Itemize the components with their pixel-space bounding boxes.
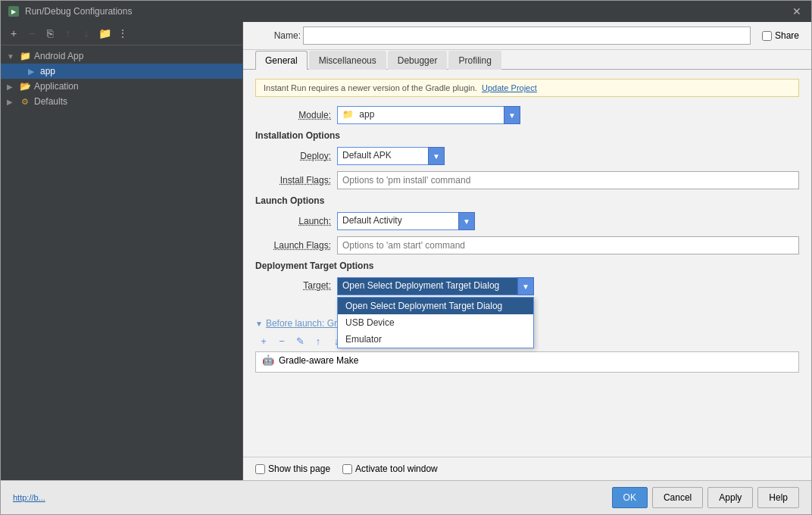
- share-checkbox[interactable]: [762, 31, 772, 41]
- launch-value: Default Activity: [342, 215, 402, 226]
- show-page-row: Show this page: [255, 464, 330, 474]
- update-project-link[interactable]: Update Project: [482, 83, 537, 92]
- install-flags-label: Install Flags:: [255, 175, 331, 186]
- add-config-button[interactable]: +: [5, 25, 22, 42]
- launch-row: Launch: Default Activity ▼: [255, 212, 799, 230]
- help-button[interactable]: Help: [757, 487, 799, 508]
- sort-button[interactable]: ⋮: [114, 25, 131, 42]
- share-row: Share: [762, 30, 799, 41]
- module-select-field[interactable]: 📁 app: [337, 106, 504, 124]
- launch-options-title: Launch Options: [255, 195, 799, 206]
- sidebar-label-application: Application: [34, 81, 79, 92]
- deploy-value: Default APK: [342, 150, 392, 161]
- launch-flags-row: Launch Flags:: [255, 236, 799, 254]
- move-up-button[interactable]: ↑: [60, 25, 77, 42]
- bl-edit-button[interactable]: ✎: [292, 333, 308, 348]
- module-icon: 📁: [342, 109, 354, 120]
- target-dropdown-menu: Open Select Deployment Target Dialog USB…: [337, 297, 534, 348]
- install-flags-row: Install Flags:: [255, 171, 799, 189]
- launch-flags-input[interactable]: [337, 236, 799, 254]
- deploy-row: Deploy: Default APK ▼: [255, 147, 799, 165]
- sidebar-toolbar: + − ⎘ ↑ ↓ 📁 ⋮: [1, 22, 242, 45]
- copy-config-button[interactable]: ⎘: [42, 25, 58, 42]
- target-label: Target:: [255, 277, 331, 291]
- target-option-emulator[interactable]: Emulator: [338, 331, 533, 348]
- collapse-arrow-icon[interactable]: ▼: [255, 320, 263, 328]
- panel-content: Instant Run requires a newer version of …: [243, 70, 811, 457]
- module-dropdown[interactable]: 📁 app ▼: [337, 106, 520, 124]
- activate-tool-label: Activate tool window: [355, 464, 438, 474]
- sidebar-item-app[interactable]: ▶ app: [1, 64, 242, 79]
- tabs-row: General Miscellaneous Debugger Profiling: [243, 50, 811, 70]
- run-debug-dialog: ▶ Run/Debug Configurations ✕ + − ⎘ ↑ ↓ 📁…: [0, 0, 812, 515]
- bl-item-label: Gradle-aware Make: [279, 355, 358, 366]
- sidebar-label-android-app: Android App: [34, 51, 83, 61]
- tab-general[interactable]: General: [255, 51, 308, 70]
- target-select-row: Open Select Deployment Target Dialog ▼: [337, 277, 534, 295]
- chevron-icon: ▼: [7, 52, 16, 61]
- main-panel: Name: app Share General Miscellaneous De…: [243, 22, 811, 480]
- gradle-android-icon: 🤖: [262, 354, 274, 366]
- sidebar-item-android-app[interactable]: ▼ 📁 Android App: [1, 48, 242, 64]
- module-dropdown-arrow[interactable]: ▼: [504, 106, 520, 124]
- footer-link[interactable]: http://b...: [13, 493, 45, 502]
- install-flags-input[interactable]: [337, 171, 799, 189]
- show-page-checkbox[interactable]: [255, 464, 265, 474]
- sidebar-item-application[interactable]: ▶ 📂 Application: [1, 79, 242, 94]
- tab-miscellaneous[interactable]: Miscellaneous: [309, 51, 386, 70]
- name-header-row: Name: app Share: [243, 22, 811, 50]
- cancel-button[interactable]: Cancel: [652, 487, 703, 508]
- move-down-button[interactable]: ↓: [78, 25, 95, 42]
- deploy-select-field[interactable]: Default APK: [337, 147, 428, 165]
- target-row: Target: Open Select Deployment Target Di…: [255, 277, 799, 295]
- deploy-dropdown[interactable]: Default APK ▼: [337, 147, 445, 165]
- module-value: app: [359, 109, 374, 120]
- close-button[interactable]: ✕: [790, 5, 804, 18]
- apply-button[interactable]: Apply: [707, 487, 753, 508]
- launch-dropdown-arrow[interactable]: ▼: [458, 212, 475, 230]
- dialog-icon: ▶: [8, 6, 19, 17]
- name-label: Name:: [255, 30, 301, 41]
- module-label: Module:: [255, 110, 331, 120]
- title-bar: ▶ Run/Debug Configurations ✕: [1, 1, 811, 22]
- launch-label: Launch:: [255, 216, 331, 226]
- sidebar-label-defaults: Defaults: [34, 96, 67, 107]
- target-select-field[interactable]: Open Select Deployment Target Dialog: [337, 277, 517, 295]
- dialog-title: Run/Debug Configurations: [25, 6, 132, 17]
- tab-debugger[interactable]: Debugger: [388, 51, 448, 70]
- chevron-icon: ▶: [7, 98, 16, 106]
- ok-button[interactable]: OK: [612, 487, 648, 508]
- name-input[interactable]: app: [303, 27, 751, 45]
- deploy-label: Deploy:: [255, 151, 331, 161]
- chevron-icon: ▶: [7, 83, 16, 91]
- show-page-label: Show this page: [268, 464, 330, 474]
- sidebar-label-app: app: [40, 66, 55, 76]
- sidebar-tree: ▼ 📁 Android App ▶ app ▶ 📂 Application: [1, 45, 242, 480]
- dialog-footer: http://b... OK Cancel Apply Help: [1, 480, 811, 514]
- launch-dropdown[interactable]: Default Activity ▼: [337, 212, 475, 230]
- android-folder-icon: 📁: [19, 50, 31, 62]
- target-option-usb[interactable]: USB Device: [338, 314, 533, 331]
- target-dropdown-container: Open Select Deployment Target Dialog ▼ O…: [337, 277, 534, 295]
- folder-button[interactable]: 📁: [96, 25, 113, 42]
- launch-select-field[interactable]: Default Activity: [337, 212, 458, 230]
- bl-add-button[interactable]: +: [255, 333, 272, 348]
- deployment-target-title: Deployment Target Options: [255, 261, 799, 271]
- app-config-icon: ▶: [25, 65, 37, 77]
- activate-tool-checkbox[interactable]: [342, 464, 352, 474]
- remove-config-button[interactable]: −: [23, 25, 40, 42]
- activate-tool-row: Activate tool window: [342, 464, 438, 474]
- defaults-icon: ⚙: [19, 95, 31, 108]
- bl-remove-button[interactable]: −: [273, 333, 290, 348]
- sidebar-item-defaults[interactable]: ▶ ⚙ Defaults: [1, 94, 242, 109]
- launch-flags-label: Launch Flags:: [255, 240, 331, 251]
- target-dropdown-arrow[interactable]: ▼: [517, 277, 534, 295]
- target-value: Open Select Deployment Target Dialog: [342, 280, 499, 291]
- tab-profiling[interactable]: Profiling: [448, 51, 501, 70]
- target-option-dialog[interactable]: Open Select Deployment Target Dialog: [338, 298, 533, 314]
- bl-item-gradle[interactable]: 🤖 Gradle-aware Make: [256, 352, 798, 368]
- application-folder-icon: 📂: [19, 80, 31, 92]
- info-bar: Instant Run requires a newer version of …: [255, 79, 799, 97]
- deploy-dropdown-arrow[interactable]: ▼: [428, 147, 445, 165]
- bl-up-button[interactable]: ↑: [310, 333, 326, 348]
